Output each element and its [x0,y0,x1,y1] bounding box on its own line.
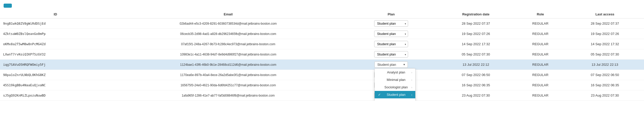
col-role: Role [515,10,566,18]
view-all-users-button[interactable] [4,4,12,8]
plan-option-label: Teacher plan [382,100,410,101]
col-last-access: Last access [566,10,644,18]
plan-select-wrapper: Analyst planMinimal planSociologist plan… [374,20,408,27]
cell-id: LXwnT7rvKoiQIKPf5zGV32 [0,49,111,60]
plan-dropdown-container[interactable]: Student plan▾Analyst plan›Minimal plan›S… [374,61,408,68]
cell-reg-date: 28 Sep 2022 07:37 [437,18,515,29]
table-row: 4ZktsaW0ZBslQeanGo0mPp06cecb35-2d98-4ad1… [0,29,644,39]
plan-option-label: Sociologist plan [382,85,410,89]
col-email: Email [111,10,346,18]
cell-email: 02b6ad44-e5c3-4209-8291-60360738534d@mai… [111,18,346,29]
cell-role: REGULAR [515,29,566,39]
top-bar [0,0,644,10]
plan-option-label: Analyst plan [382,70,410,74]
cell-email: 06cecb35-2d98-4ad1-a828-db29623465fb@mai… [111,29,346,39]
cell-email: 07af15f1-248a-4267-9b73-fc286c4ec973@mai… [111,39,346,49]
cell-plan[interactable]: Student plan▾Analyst plan›Minimal plan›S… [346,60,437,70]
chevron-down-icon: ▾ [403,63,405,66]
cell-reg-date: 23 Aug 2022 07:30 [437,90,515,101]
plan-dropdown-trigger[interactable]: Student plan▾ [374,61,408,68]
cell-email: 165675f3-24e0-4621-90da-6d6fd4251c77@mai… [111,80,346,90]
table-header-row: ID Email Plan Registration date Role Las… [0,10,644,18]
cell-last-access: 16 Sep 2022 06:35 [566,80,644,90]
cell-last-access: 13 Jul 2022 22:13 [566,60,644,70]
cell-role: REGULAR [515,90,566,101]
table-row: 9ngB1wkQ8ZV8gWiRdDSjEd02b6ad44-e5c3-4209… [0,18,644,29]
option-arrow-icon: › [411,101,412,101]
cell-id: iqg7SAVuO5HRQFWOmiy5Fj [0,60,111,70]
cell-reg-date: 16 Sep 2022 06:35 [437,80,515,90]
table-row: 45S19kgBBu4NaaEuQjvaNC165675f3-24e0-4621… [0,80,644,90]
cell-reg-date: 05 Sep 2022 07:30 [437,49,515,60]
cell-role: REGULAR [515,60,566,70]
plan-select-wrapper: Analyst planMinimal planSociologist plan… [374,41,408,47]
option-arrow-icon: › [411,93,412,96]
plan-dropdown-option[interactable]: Sociologist plan› [375,83,415,91]
table-row: sJ5gQ92KnMiZLpozuNuwBD1afa965f-1286-41e7… [0,90,644,101]
cell-role: REGULAR [515,39,566,49]
cell-plan[interactable]: Analyst planMinimal planSociologist plan… [346,49,437,60]
checkmark-icon: ✓ [378,93,381,97]
plan-option-label: Student plan [382,93,410,97]
table-row: iqg7SAVuO5HRQFWOmiy5Fj1124bae1-43f6-46b0… [0,60,644,70]
plan-select[interactable]: Analyst planMinimal planSociologist plan… [374,51,408,58]
plan-dropdown-option[interactable]: Analyst plan› [375,69,415,76]
plan-dropdown-menu: Analyst plan›Minimal plan›Sociologist pl… [374,68,416,101]
cell-last-access: 05 Sep 2022 07:30 [566,49,644,60]
cell-role: REGULAR [515,18,566,29]
cell-id: 45S19kgBBu4NaaEuQjvaNC [0,80,111,90]
plan-select-wrapper: Analyst planMinimal planSociologist plan… [374,51,408,58]
cell-last-access: 07 Sep 2022 06:50 [566,70,644,80]
option-arrow-icon: › [411,78,412,81]
cell-reg-date: 07 Sep 2022 06:50 [437,70,515,80]
col-id: ID [0,10,111,18]
cell-role: REGULAR [515,70,566,80]
col-reg-date: Registration date [437,10,515,18]
cell-last-access: 14 Sep 2022 17:32 [566,39,644,49]
option-arrow-icon: › [411,71,412,74]
cell-role: REGULAR [515,80,566,90]
cell-id: 98pa1oZnrULNbQL0KhG8KZ [0,70,111,80]
cell-email: 1124bae1-43f6-46b0-9b1e-28468cd112d6@mai… [111,60,346,70]
col-plan: Plan [346,10,437,18]
cell-reg-date: 19 Sep 2022 07:26 [437,29,515,39]
cell-email: 10983e1c-4a11-4638-94d7-8e9d4d980f27@mai… [111,49,346,60]
table-row: LXwnT7rvKoiQIKPf5zGV3210983e1c-4a11-4638… [0,49,644,60]
cell-email: 1170ea6e-897b-40a4-8ece-26a2d5abe3f1@mai… [111,70,346,80]
cell-email: 1afa965f-1286-41e7-ab77-faf3d08846f8@mai… [111,90,346,101]
plan-dropdown-option[interactable]: Minimal plan› [375,76,415,83]
table-row: oKMx8a2T5wM8w8nPcMG4Zd07af15f1-248a-4267… [0,39,644,49]
plan-select-wrapper: Analyst planMinimal planSociologist plan… [374,31,408,37]
cell-plan[interactable]: Analyst planMinimal planSociologist plan… [346,39,437,49]
option-arrow-icon: › [411,86,412,89]
cell-id: 4ZktsaW0ZBslQeanGo0mPp [0,29,111,39]
cell-plan[interactable]: Analyst planMinimal planSociologist plan… [346,29,437,39]
table-row: 98pa1oZnrULNbQL0KhG8KZ1170ea6e-897b-40a4… [0,70,644,80]
cell-plan[interactable]: Analyst planMinimal planSociologist plan… [346,18,437,29]
plan-dropdown-option[interactable]: Teacher plan› [375,98,415,101]
plan-dropdown-option[interactable]: ✓Student plan› [375,91,415,98]
cell-reg-date: 13 Jul 2022 22:12 [437,60,515,70]
cell-id: oKMx8a2T5wM8w8nPcMG4Zd [0,39,111,49]
plan-select[interactable]: Analyst planMinimal planSociologist plan… [374,41,408,47]
cell-reg-date: 14 Sep 2022 17:32 [437,39,515,49]
cell-last-access: 28 Sep 2022 07:37 [566,18,644,29]
users-table: ID Email Plan Registration date Role Las… [0,10,644,101]
plan-dropdown-label: Student plan [377,63,396,67]
cell-id: 9ngB1wkQ8ZV8gWiRdDSjEd [0,18,111,29]
plan-select[interactable]: Analyst planMinimal planSociologist plan… [374,31,408,37]
cell-id: sJ5gQ92KnMiZLpozuNuwBD [0,90,111,101]
plan-option-label: Minimal plan [382,78,410,82]
cell-role: REGULAR [515,49,566,60]
cell-last-access: 19 Sep 2022 07:26 [566,29,644,39]
cell-last-access: 23 Aug 2022 07:30 [566,90,644,101]
plan-select[interactable]: Analyst planMinimal planSociologist plan… [374,20,408,27]
